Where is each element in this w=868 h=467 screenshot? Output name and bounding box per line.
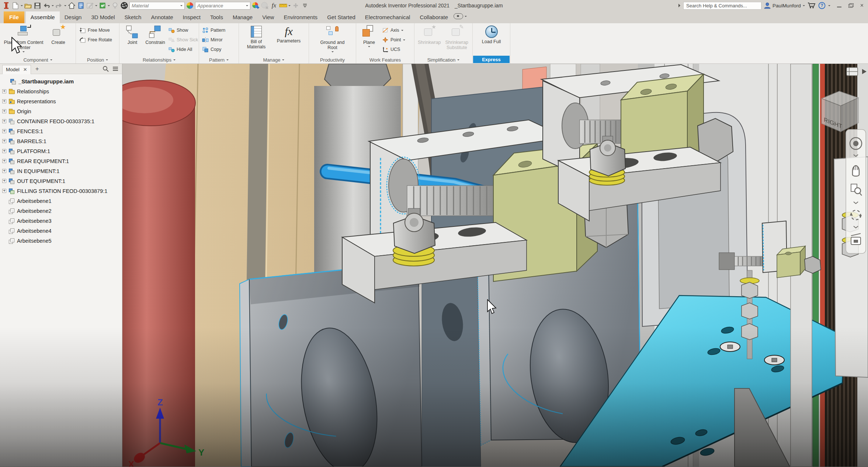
tree-item[interactable]: Arbeitsebene2 [2,206,122,216]
new-file-dropdown[interactable] [21,5,23,7]
viewport-3d[interactable]: RIGHT [122,64,868,467]
tree-item[interactable]: Arbeitsebene3 [2,216,122,226]
ribbon-tab[interactable]: Collaborate [415,11,453,23]
ribbon-tab[interactable]: Inspect [178,11,205,23]
group-label-relationships[interactable]: Relationships [119,56,199,63]
expand-icon[interactable] [2,129,6,133]
view-cube[interactable]: RIGHT [822,91,858,132]
group-label-simplification[interactable]: Simplification [414,56,472,63]
ribbon-tab[interactable]: View [257,11,279,23]
tree-item[interactable]: Arbeitsebene1 [2,196,122,206]
tree-item[interactable]: Representations [2,96,122,106]
home-icon[interactable] [67,1,76,10]
group-label-position[interactable]: Position [76,56,119,63]
expand-icon[interactable] [2,139,6,143]
group-label-component[interactable]: Component [0,56,76,63]
restore-button[interactable] [848,3,854,8]
tree-item[interactable]: Arbeitsebene4 [2,226,122,236]
ground-and-root-button[interactable]: Ground and Root [314,24,351,54]
ribbon-tab[interactable]: Electromechanical [360,11,415,23]
ribbon-tab[interactable]: Manage [228,11,257,23]
show-sick-button[interactable]: Show Sick [167,35,199,45]
redo-icon[interactable] [55,1,63,10]
return-icon[interactable] [98,1,107,10]
hide-all-button[interactable]: Hide All [167,45,199,54]
expand-icon[interactable] [2,169,6,173]
ribbon-display-options[interactable] [454,13,467,19]
green-block-small[interactable] [777,252,800,278]
measure-dropdown[interactable] [288,5,291,7]
browser-menu-icon[interactable] [112,66,118,71]
appearance-add-icon[interactable] [251,1,260,10]
ribbon-tab[interactable]: 3D Model [86,11,119,23]
ribbon-tab[interactable]: Assemble [26,11,60,23]
tree-item[interactable]: OUT EQUIPMENT:1 [2,176,122,186]
mirror-button[interactable]: Mirror [201,35,226,45]
ribbon-tab[interactable]: Environments [279,11,322,23]
show-button[interactable]: Show [167,25,199,35]
return-dropdown[interactable] [108,5,110,7]
new-file-icon[interactable] [11,1,20,10]
expand-icon[interactable] [2,159,6,163]
tree-item[interactable]: BARRELS:1 [2,136,122,146]
tree-item[interactable]: Relationships [2,86,122,96]
shrinkwrap-button[interactable]: ★ Shrinkwrap [416,24,442,45]
search-expander-icon[interactable] [678,3,681,8]
copy-button[interactable]: Copy [201,45,226,54]
sketch-dropdown[interactable] [95,5,97,7]
selected-plate-left[interactable] [240,262,422,467]
ribbon-tab[interactable]: File [4,11,24,23]
bulb-icon[interactable] [111,1,119,10]
group-label-work-features[interactable]: Work Features [356,56,414,63]
free-rotate-button[interactable]: Free Rotate [78,35,113,45]
tree-item[interactable]: IN EQUIPMENT:1 [2,166,122,176]
material-ball-icon[interactable] [120,1,128,10]
sketch-icon[interactable] [86,1,94,10]
ribbon-tab[interactable]: Design [60,11,87,23]
tree-item[interactable]: REAR EQUIPMENT:1 [2,156,122,166]
measure-icon[interactable] [279,1,287,10]
load-full-button[interactable]: Load Full [478,24,505,45]
browser-tab-model[interactable]: Model ✕ [2,65,31,74]
navigation-bar[interactable] [846,129,866,253]
ucs-button[interactable]: UCS [381,45,406,54]
help-dropdown[interactable] [828,5,830,7]
free-move-button[interactable]: Free Move [78,25,113,35]
user-account[interactable]: PaulMunford [764,2,805,9]
appearance-wheel-icon[interactable] [186,1,194,10]
add-icon[interactable] [292,1,300,10]
shrinkwrap-substitute-button[interactable]: ✎ Shrinkwrap Substitute [443,24,471,51]
appearance-clear-icon[interactable] [261,1,269,10]
appearance-select[interactable]: Appearance [195,2,250,10]
point-button[interactable]: Point [381,35,406,45]
tree-item[interactable]: Origin [2,106,122,116]
expand-icon[interactable] [2,119,6,123]
expand-icon[interactable] [2,89,6,93]
browser-tab-close-icon[interactable]: ✕ [23,67,27,72]
ribbon-tab[interactable]: Get Started [322,11,360,23]
place-from-content-center-button[interactable]: Place from Content Center [2,24,45,54]
pan-icon[interactable] [853,166,859,176]
pattern-button[interactable]: Pattern [201,25,226,35]
plane-button[interactable]: Plane [358,24,380,49]
expand-icon[interactable] [2,179,6,183]
ribbon-tab[interactable]: Annotate [146,11,178,23]
expand-icon[interactable] [2,99,6,103]
collapse-icon[interactable] [301,1,309,10]
expand-icon[interactable] [2,109,6,113]
bill-of-materials-button[interactable]: Bill of Materials [241,24,272,50]
expand-icon[interactable] [2,189,6,193]
group-label-express[interactable]: Express [473,56,510,63]
browser-add-tab-button[interactable]: + [34,65,41,73]
user-dropdown[interactable] [803,5,805,7]
tree-item[interactable]: _Startbaugruppe.iam [2,76,122,86]
tree-item[interactable]: Arbeitsebene5 [2,236,122,246]
save-icon[interactable] [33,1,41,10]
tree-item[interactable]: FILLING STATION FEOD-00303879:1 [2,186,122,196]
ribbon-tab[interactable]: Tools [205,11,228,23]
tree-item[interactable]: FENCES:1 [2,126,122,136]
tree-item[interactable]: CONTAINER FEOD-00303735:1 [2,116,122,126]
iproperties-icon[interactable] [77,1,85,10]
red-barrel[interactable] [122,80,195,467]
redo-dropdown[interactable] [64,5,66,7]
